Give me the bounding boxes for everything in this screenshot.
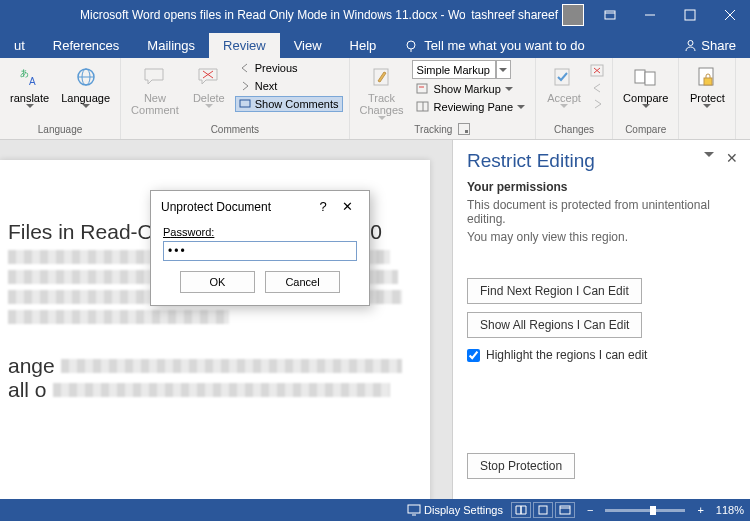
svg-rect-16 — [240, 100, 250, 107]
compare-button[interactable]: Compare — [619, 60, 672, 111]
print-layout-button[interactable] — [533, 502, 553, 518]
title-bar: Microsoft Word opens files in Read Only … — [0, 0, 750, 30]
ribbon-collapse-button[interactable] — [590, 0, 630, 30]
stop-protection-button[interactable]: Stop Protection — [467, 453, 575, 479]
share-button[interactable]: Share — [670, 33, 750, 58]
maximize-button[interactable] — [670, 0, 710, 30]
reviewing-pane-button[interactable]: Reviewing Pane — [412, 99, 530, 115]
reviewing-pane-icon — [416, 101, 430, 113]
tab-cut[interactable]: ut — [0, 33, 39, 58]
group-label-ink: Ink — [742, 124, 750, 137]
tab-view[interactable]: View — [280, 33, 336, 58]
accept-button[interactable]: Accept — [542, 60, 586, 111]
delete-comment-button[interactable]: Delete — [187, 60, 231, 111]
web-layout-button[interactable] — [555, 502, 575, 518]
svg-text:あ: あ — [20, 68, 29, 78]
group-language: あA ranslate Language Language — [0, 58, 121, 139]
account-area[interactable]: tashreef shareef — [465, 4, 590, 26]
chevron-down-icon — [517, 105, 525, 109]
group-ink: Hide Ink Ink — [736, 58, 750, 139]
pane-title: Restrict Editing — [467, 150, 736, 172]
avatar[interactable] — [562, 4, 584, 26]
zoom-out-button[interactable]: − — [583, 504, 597, 516]
permissions-header: Your permissions — [467, 180, 736, 194]
accept-icon — [550, 63, 578, 91]
svg-rect-0 — [605, 11, 615, 19]
tell-me-search[interactable]: Tell me what you want to do — [390, 33, 598, 58]
hide-ink-button[interactable]: Hide Ink — [742, 60, 750, 123]
tab-references[interactable]: References — [39, 33, 133, 58]
svg-point-8 — [688, 41, 693, 46]
workspace: Files in Read-Onl 0 ange all o ✕ Restric… — [0, 140, 750, 499]
language-button[interactable]: Language — [57, 60, 114, 111]
svg-rect-30 — [408, 505, 420, 513]
lightbulb-icon — [404, 39, 418, 53]
delete-comment-icon — [195, 63, 223, 91]
display-settings-button[interactable]: Display Settings — [407, 504, 503, 516]
show-markup-icon — [416, 83, 430, 95]
view-mode-buttons — [511, 502, 575, 518]
chevron-down-icon — [82, 104, 90, 108]
pane-close-button[interactable]: ✕ — [726, 150, 738, 166]
group-label-comments: Comments — [127, 124, 342, 137]
next-change-icon[interactable] — [590, 98, 606, 110]
close-button[interactable] — [710, 0, 750, 30]
tab-help[interactable]: Help — [336, 33, 391, 58]
protect-button[interactable]: Protect — [685, 60, 729, 111]
track-changes-button[interactable]: Track Changes — [356, 60, 408, 123]
translate-button[interactable]: あA ranslate — [6, 60, 53, 111]
svg-rect-3 — [685, 10, 695, 20]
markup-mode-select[interactable]: Simple Markup — [412, 60, 496, 79]
svg-rect-18 — [417, 84, 427, 93]
show-comments-button[interactable]: Show Comments — [235, 96, 343, 112]
tracking-dialog-launcher[interactable] — [458, 123, 470, 135]
cancel-button[interactable]: Cancel — [265, 271, 340, 293]
chevron-down-icon — [703, 104, 711, 108]
svg-rect-26 — [635, 70, 645, 83]
highlight-regions-checkbox[interactable] — [467, 349, 480, 362]
permissions-text: You may only view this region. — [467, 230, 736, 244]
new-comment-button[interactable]: New Comment — [127, 60, 183, 119]
group-label-compare: Compare — [619, 124, 672, 137]
zoom-slider[interactable] — [605, 509, 685, 512]
find-next-region-button[interactable]: Find Next Region I Can Edit — [467, 278, 642, 304]
status-bar: Display Settings − + 118% — [0, 499, 750, 521]
markup-mode-caret[interactable] — [496, 60, 511, 79]
previous-comment-button[interactable]: Previous — [235, 60, 343, 76]
document-title: Microsoft Word opens files in Read Only … — [0, 8, 465, 22]
protect-icon — [693, 63, 721, 91]
arrow-right-icon — [239, 80, 251, 92]
language-icon — [72, 63, 100, 91]
group-comments: New Comment Delete Previous Next Show Co… — [121, 58, 349, 139]
translate-icon: あA — [16, 63, 44, 91]
ribbon: あA ranslate Language Language New Commen… — [0, 58, 750, 140]
pane-menu-button[interactable] — [704, 152, 714, 157]
show-markup-button[interactable]: Show Markup — [412, 81, 530, 97]
dialog-close-button[interactable]: ✕ — [335, 199, 359, 214]
ok-button[interactable]: OK — [180, 271, 255, 293]
reject-icon[interactable] — [590, 64, 606, 78]
chevron-down-icon — [205, 104, 213, 108]
svg-text:A: A — [29, 76, 36, 87]
tab-mailings[interactable]: Mailings — [133, 33, 209, 58]
restrict-editing-pane: ✕ Restrict Editing Your permissions This… — [452, 140, 750, 499]
svg-rect-32 — [539, 506, 547, 514]
minimize-button[interactable] — [630, 0, 670, 30]
zoom-level[interactable]: 118% — [716, 504, 744, 516]
track-changes-icon — [368, 63, 396, 91]
password-input[interactable] — [163, 241, 357, 261]
show-all-regions-button[interactable]: Show All Regions I Can Edit — [467, 312, 642, 338]
dialog-help-button[interactable]: ? — [311, 199, 335, 214]
tab-review[interactable]: Review — [209, 33, 280, 58]
group-label-protect — [685, 135, 729, 137]
display-settings-icon — [407, 504, 421, 516]
previous-change-icon[interactable] — [590, 82, 606, 94]
compare-icon — [632, 63, 660, 91]
share-icon — [684, 39, 697, 52]
zoom-in-button[interactable]: + — [693, 504, 707, 516]
unprotect-document-dialog: Unprotect Document ? ✕ Password: OK Canc… — [150, 190, 370, 306]
next-comment-button[interactable]: Next — [235, 78, 343, 94]
svg-rect-27 — [645, 72, 655, 85]
read-mode-button[interactable] — [511, 502, 531, 518]
arrow-left-icon — [239, 62, 251, 74]
